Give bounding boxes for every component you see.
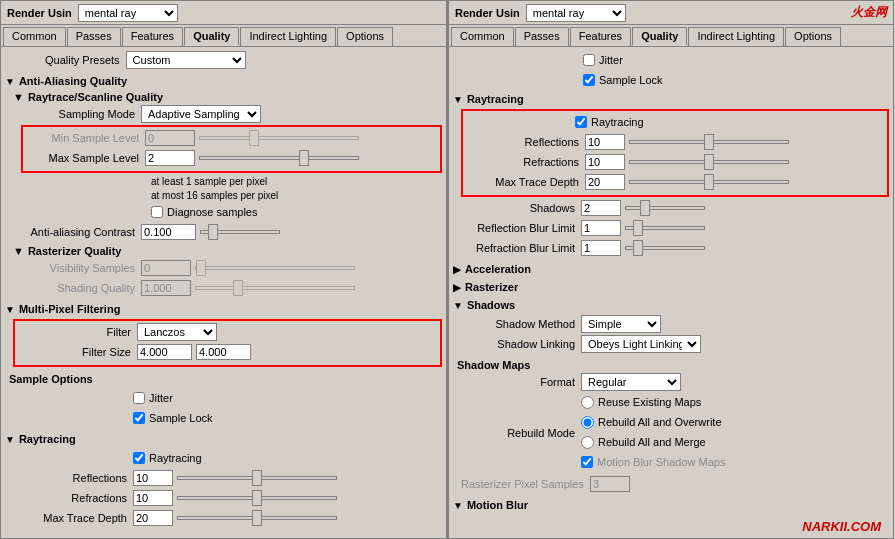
aa-contrast-input[interactable] [141,224,196,240]
left-tab-passes[interactable]: Passes [67,27,121,46]
reflection-blur-slider[interactable] [625,226,705,230]
motion-blur-header[interactable]: ▼ Motion Blur [453,497,889,513]
rebuild-mode-label: Rebuild Mode [461,427,581,439]
raytracing-enabled-row-right: Raytracing [465,113,885,131]
shading-slider[interactable] [195,286,355,290]
right-panel: Render Usin mental ray 火金网 Common Passes… [447,0,894,539]
raytracing-header-left[interactable]: ▼ Raytracing [5,431,442,447]
jitter-row-right-top: Jitter [453,51,889,69]
visibility-samples-input[interactable] [141,260,191,276]
max-sample-slider[interactable] [199,156,359,160]
jitter-label-right-top: Jitter [599,54,623,66]
multi-pixel-header[interactable]: ▼ Multi-Pixel Filtering [5,301,442,317]
refractions-input-left[interactable] [133,490,173,506]
refractions-slider-left[interactable] [177,496,337,500]
left-tab-common[interactable]: Common [3,27,66,46]
jitter-checkbox-left[interactable] [133,392,145,404]
shadows-slider[interactable] [625,206,705,210]
rasterizer-quality-arrow: ▼ [13,245,24,257]
right-tab-features[interactable]: Features [570,27,631,46]
filter-size-input1[interactable] [137,344,192,360]
refraction-blur-input[interactable] [581,240,621,256]
shadow-linking-dropdown[interactable]: Obeys Light Linking Follows Shadow Linki… [581,335,701,353]
sample-lock-checkbox-left[interactable] [133,412,145,424]
left-tab-options[interactable]: Options [337,27,393,46]
format-dropdown[interactable]: Regular Compressed OpenEXR [581,373,681,391]
rasterizer-pixel-input[interactable] [590,476,630,492]
right-tab-quality[interactable]: Quality [632,27,687,46]
right-title-label: Render Usin [455,7,520,19]
filter-label: Filter [17,326,137,338]
rasterizer-quality-header[interactable]: ▼ Rasterizer Quality [13,245,442,257]
reflection-blur-input[interactable] [581,220,621,236]
max-trace-depth-input-left[interactable] [133,510,173,526]
raytracing-body-right: Raytracing Reflections Refractions [453,109,889,257]
raytracing-arrow-right: ▼ [453,94,463,105]
raytrace-scanline-header[interactable]: ▼ Raytrace/Scanline Quality [13,91,442,103]
right-tab-options[interactable]: Options [785,27,841,46]
reuse-maps-radio[interactable] [581,396,594,409]
jitter-checkbox-right-top[interactable] [583,54,595,66]
max-trace-depth-label-left: Max Trace Depth [13,512,133,524]
format-label: Format [461,376,581,388]
sample-lock-row-left: Sample Lock [13,409,442,427]
rebuild-merge-radio[interactable] [581,436,594,449]
presets-dropdown[interactable]: Custom Draft Low Medium High Production [126,51,246,69]
raytracing-enabled-row-left: Raytracing [13,449,442,467]
min-sample-input[interactable] [145,130,195,146]
reflections-slider-left[interactable] [177,476,337,480]
rasterizer-pixel-label: Rasterizer Pixel Samples [461,478,590,490]
visibility-samples-label: Visibility Samples [21,262,141,274]
raytracing-enabled-checkbox-left[interactable] [133,452,145,464]
left-panel: Render Usin mental ray Common Passes Fea… [0,0,447,539]
shadow-method-dropdown[interactable]: Simple Sorted Segments [581,315,661,333]
left-tab-features[interactable]: Features [122,27,183,46]
filter-size-input2[interactable] [196,344,251,360]
raytracing-header-right[interactable]: ▼ Raytracing [453,91,889,107]
sample-options-header[interactable]: Sample Options [5,371,442,387]
refraction-blur-slider[interactable] [625,246,705,250]
max-trace-depth-input-right[interactable] [585,174,625,190]
anti-aliasing-label: Anti-Aliasing Quality [19,75,127,87]
visibility-slider[interactable] [195,266,355,270]
right-tab-indirect[interactable]: Indirect Lighting [688,27,784,46]
presets-label: Quality Presets [45,54,120,66]
reflections-slider-right[interactable] [629,140,789,144]
acceleration-header[interactable]: ▶ Acceleration [453,261,889,277]
left-tab-quality[interactable]: Quality [184,27,239,46]
sampling-mode-dropdown[interactable]: Adaptive Sampling Fixed Sampling [141,105,261,123]
filter-dropdown[interactable]: Lanczos Box Triangle Gauss Mitchell [137,323,217,341]
refractions-input-right[interactable] [585,154,625,170]
multi-pixel-arrow: ▼ [5,304,15,315]
anti-aliasing-header[interactable]: ▼ Anti-Aliasing Quality [5,73,442,89]
filter-outline: Filter Lanczos Box Triangle Gauss Mitche… [13,319,442,367]
right-tab-common[interactable]: Common [451,27,514,46]
max-trace-depth-slider-container-left [173,516,442,520]
left-tab-indirect[interactable]: Indirect Lighting [240,27,336,46]
motion-blur-shadow-maps-checkbox[interactable] [581,456,593,468]
max-trace-depth-slider-left[interactable] [177,516,337,520]
reflections-input-right[interactable] [585,134,625,150]
diagnose-checkbox[interactable] [151,206,163,218]
jitter-row-left: Jitter [13,389,442,407]
reflections-input-left[interactable] [133,470,173,486]
right-renderer-dropdown[interactable]: mental ray [526,4,626,22]
reflections-label-left: Reflections [13,472,133,484]
shading-quality-input[interactable] [141,280,191,296]
anti-aliasing-body: ▼ Raytrace/Scanline Quality Sampling Mod… [5,91,442,297]
reflections-row-right: Reflections [465,133,885,151]
max-trace-depth-slider-right[interactable] [629,180,789,184]
aa-contrast-slider[interactable] [200,230,280,234]
reuse-maps-row: Reuse Existing Maps [581,393,725,411]
max-sample-input[interactable] [145,150,195,166]
refractions-slider-right[interactable] [629,160,789,164]
shadows-input-right[interactable] [581,200,621,216]
shadows-section-header[interactable]: ▼ Shadows [453,297,889,313]
rebuild-overwrite-radio[interactable] [581,416,594,429]
left-renderer-dropdown[interactable]: mental ray [78,4,178,22]
sample-lock-checkbox-right-top[interactable] [583,74,595,86]
right-tab-passes[interactable]: Passes [515,27,569,46]
rasterizer-header[interactable]: ▶ Rasterizer [453,279,889,295]
raytracing-enabled-checkbox-right[interactable] [575,116,587,128]
min-sample-slider[interactable] [199,136,359,140]
